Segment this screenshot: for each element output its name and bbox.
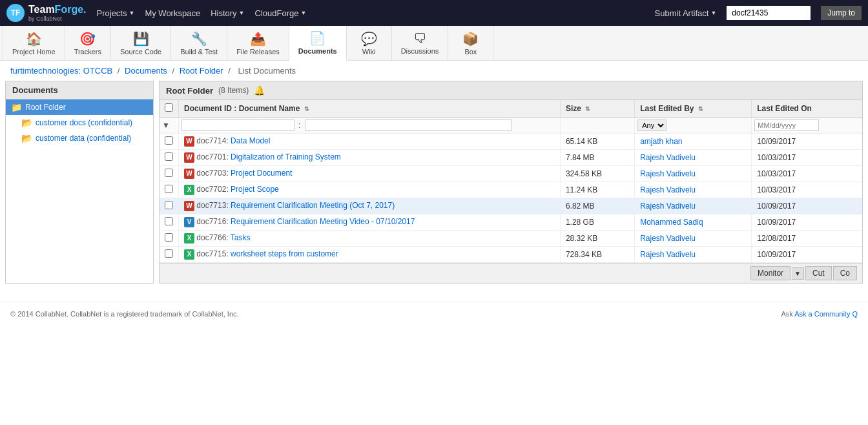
row-size-5: 1.28 GB xyxy=(560,214,634,231)
row-checkbox-4[interactable] xyxy=(165,201,173,209)
xls-icon: X xyxy=(184,233,194,244)
editedby-link-4[interactable]: Rajesh Vadivelu xyxy=(640,202,696,211)
table-row: X doc7715: worksheet steps from customer… xyxy=(160,247,862,263)
nav-discussions[interactable]: 🗨 Discussions xyxy=(392,26,449,61)
xls-icon: X xyxy=(184,185,194,195)
editedby-link-1[interactable]: Rajesh Vadivelu xyxy=(640,153,696,162)
jump-to-button[interactable]: Jump to xyxy=(821,6,862,20)
editedby-link-0[interactable]: amjath khan xyxy=(640,137,682,146)
sort-arrows-size: ⇅ xyxy=(585,106,590,112)
nav-build-test[interactable]: 🔧 Build & Test xyxy=(171,26,227,61)
nav-myworkspace[interactable]: My Workspace xyxy=(145,8,200,18)
nav-projects[interactable]: Projects ▼ xyxy=(97,8,135,18)
nav-documents[interactable]: 📄 Documents xyxy=(289,26,347,61)
row-size-1: 7.84 MB xyxy=(560,150,634,166)
breadcrumb-documents[interactable]: Documents xyxy=(125,66,167,76)
row-doc-name-2: W doc7703: Project Document xyxy=(179,166,561,182)
folder-icon: 📁 xyxy=(11,102,22,112)
row-checkbox-6[interactable] xyxy=(165,233,173,242)
footer: © 2014 CollabNet. CollabNet is a registe… xyxy=(0,302,868,326)
editedby-link-3[interactable]: Rajesh Vadivelu xyxy=(640,185,696,194)
subfolder-icon-2: 📂 xyxy=(21,133,32,143)
table-row: W doc7703: Project Document 324.58 KB Ra… xyxy=(160,166,862,182)
monitor-dropdown-button[interactable]: ▼ xyxy=(792,267,804,280)
table-row: V doc7716: Requirement Clarification Mee… xyxy=(160,214,862,231)
nav-trackers[interactable]: 🎯 Trackers xyxy=(65,26,111,61)
row-checkbox-cell-4 xyxy=(160,198,179,214)
content-header: Root Folder (8 Items) 🔔 xyxy=(160,81,862,100)
col-edited-by[interactable]: Last Edited By ⇅ xyxy=(635,100,752,118)
file-releases-icon: 📤 xyxy=(250,31,266,47)
global-search-input[interactable] xyxy=(727,6,811,20)
doc-link-5[interactable]: Requirement Clarification Meeting Video … xyxy=(231,217,415,226)
sort-arrows-name: ⇅ xyxy=(304,106,309,112)
breadcrumb-list-documents: List Documents xyxy=(238,66,296,76)
doc-link-6[interactable]: Tasks xyxy=(231,233,251,242)
filter-name-input[interactable] xyxy=(305,119,512,131)
filter-editedby-select[interactable]: Any xyxy=(637,119,666,131)
filter-id-input[interactable] xyxy=(181,119,294,131)
editedby-link-7[interactable]: Rajesh Vadivelu xyxy=(640,250,696,259)
sidebar-item-customer-data[interactable]: 📂 customer data (confidential) xyxy=(6,130,153,146)
doc-link-1[interactable]: Digitalization of Training System xyxy=(231,152,341,161)
sidebar-customer-docs-link[interactable]: customer docs (confidential) xyxy=(36,118,132,127)
breadcrumb-root-folder[interactable]: Root Folder xyxy=(180,66,223,76)
top-navigation: TF TeamForge. by CollabNet Projects ▼ My… xyxy=(0,0,868,26)
row-checkbox-0[interactable] xyxy=(165,136,173,145)
nav-build-test-label: Build & Test xyxy=(180,48,218,56)
monitor-button[interactable]: Monitor xyxy=(750,266,790,280)
bell-icon[interactable]: 🔔 xyxy=(254,85,265,96)
row-checkbox-2[interactable] xyxy=(165,169,173,177)
filter-editedby-cell: Any xyxy=(635,118,752,134)
breadcrumb: furtimtechnologies: OTCCB / Documents / … xyxy=(0,61,868,81)
doc-icon: W xyxy=(184,136,194,147)
row-checkbox-3[interactable] xyxy=(165,185,173,193)
logo-text: TeamForge. xyxy=(28,4,87,16)
row-checkbox-cell-1 xyxy=(160,150,179,166)
nav-source-code[interactable]: 💾 Source Code xyxy=(111,26,171,61)
submit-artifact-button[interactable]: Submit Artifact ▼ xyxy=(655,8,717,18)
documents-table: Document ID : Document Name ⇅ Size ⇅ Las… xyxy=(160,100,862,263)
row-editedon-3: 10/03/2017 xyxy=(752,182,862,198)
filter-icon: ▼ xyxy=(162,121,170,130)
sidebar-customer-data-link[interactable]: customer data (confidential) xyxy=(36,134,131,143)
editedby-link-2[interactable]: Rajesh Vadivelu xyxy=(640,169,696,178)
row-editedby-2: Rajesh Vadivelu xyxy=(635,166,752,182)
footer-ask: Ask Ask a Community Q xyxy=(781,310,858,318)
home-icon: 🏠 xyxy=(26,31,42,47)
editedby-link-6[interactable]: Rajesh Vadivelu xyxy=(640,234,696,243)
nav-wiki[interactable]: 💬 Wiki xyxy=(347,26,392,61)
doc-link-3[interactable]: Project Scope xyxy=(231,185,279,194)
copy-button[interactable]: Co xyxy=(833,266,857,280)
nav-file-releases[interactable]: 📤 File Releases xyxy=(227,26,289,61)
nav-file-releases-label: File Releases xyxy=(236,48,280,56)
editedby-link-5[interactable]: Mohammed Sadiq xyxy=(640,218,703,227)
col-edited-on[interactable]: Last Edited On xyxy=(752,100,862,118)
row-checkbox-1[interactable] xyxy=(165,152,173,161)
footer-community-link[interactable]: Ask a Community Q xyxy=(794,310,858,318)
breadcrumb-project[interactable]: furtimtechnologies: OTCCB xyxy=(10,66,112,76)
sidebar-item-root-folder[interactable]: 📁 Root Folder xyxy=(6,99,153,115)
select-all-checkbox[interactable] xyxy=(165,103,173,112)
nav-box[interactable]: 📦 Box xyxy=(448,26,493,61)
table-row: W doc7714: Data Model 65.14 KB amjath kh… xyxy=(160,134,862,150)
doc-link-7[interactable]: worksheet steps from customer xyxy=(231,249,338,258)
row-editedby-5: Mohammed Sadiq xyxy=(635,214,752,231)
col-size[interactable]: Size ⇅ xyxy=(560,100,634,118)
nav-source-code-label: Source Code xyxy=(120,48,161,56)
nav-project-home[interactable]: 🏠 Project Home xyxy=(3,26,65,61)
col-doc-name[interactable]: Document ID : Document Name ⇅ xyxy=(179,100,561,118)
doc-link-0[interactable]: Data Model xyxy=(231,136,270,145)
cut-button[interactable]: Cut xyxy=(805,266,832,280)
doc-link-2[interactable]: Project Document xyxy=(231,169,292,178)
row-checkbox-7[interactable] xyxy=(165,249,173,258)
row-size-7: 728.34 KB xyxy=(560,247,634,263)
filter-date-input[interactable] xyxy=(754,119,819,131)
nav-history[interactable]: History ▼ xyxy=(211,8,244,18)
icon-navigation: 🏠 Project Home 🎯 Trackers 💾 Source Code … xyxy=(0,26,868,61)
row-checkbox-5[interactable] xyxy=(165,217,173,225)
item-count: (8 Items) xyxy=(218,86,249,95)
doc-link-4[interactable]: Requirement Clarification Meeting (Oct 7… xyxy=(231,201,395,210)
sidebar-item-customer-docs[interactable]: 📂 customer docs (confidential) xyxy=(6,115,153,130)
nav-cloudforge[interactable]: CloudForge ▼ xyxy=(255,8,307,18)
